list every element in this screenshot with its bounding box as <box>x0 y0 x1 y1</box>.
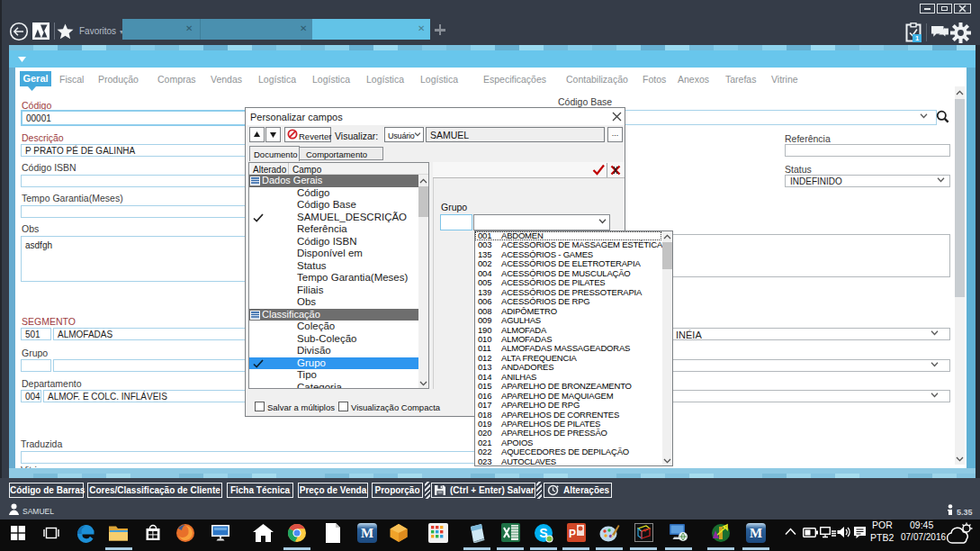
svg-text:P: P <box>569 528 576 540</box>
